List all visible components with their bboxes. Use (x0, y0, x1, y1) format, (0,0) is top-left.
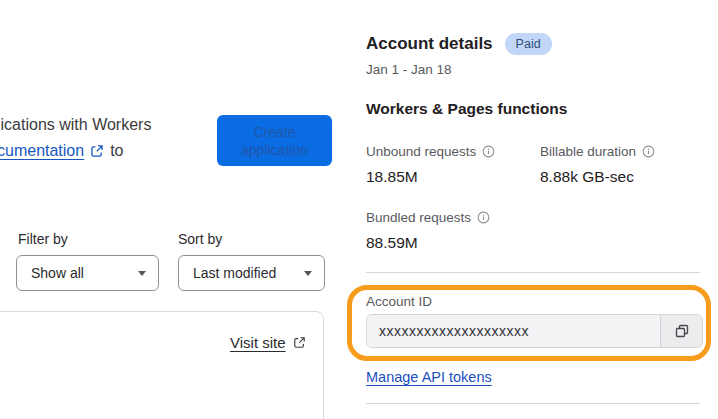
documentation-link[interactable]: cumentation (0, 142, 84, 160)
account-id-input[interactable] (367, 315, 660, 347)
stat-bundled-requests: Bundled requests 88.59M (366, 210, 490, 252)
info-icon[interactable] (477, 211, 490, 224)
stat-value: 18.85M (366, 168, 495, 186)
sort-dropdown[interactable]: Last modified (178, 255, 325, 291)
stat-value: 88.59M (366, 234, 490, 252)
stat-label: Bundled requests (366, 210, 471, 225)
sort-dropdown-value: Last modified (193, 265, 276, 281)
chevron-down-icon (138, 271, 146, 276)
divider (366, 403, 700, 404)
intro-text-line1: lications with Workers (0, 116, 151, 134)
sort-by-label: Sort by (178, 231, 222, 247)
intro-text-line2: cumentation to (0, 142, 124, 160)
copy-icon (674, 323, 690, 339)
external-link-icon (90, 144, 104, 158)
external-link-icon (293, 336, 306, 349)
account-details-title: Account details (366, 34, 493, 54)
workers-pages-functions-title: Workers & Pages functions (366, 100, 567, 118)
stat-billable-duration: Billable duration 8.88k GB-sec (540, 144, 655, 186)
chevron-down-icon (304, 271, 312, 276)
manage-api-tokens-link[interactable]: Manage API tokens (366, 369, 492, 385)
visit-site-link[interactable]: Visit site (230, 334, 306, 351)
stat-label: Billable duration (540, 144, 636, 159)
project-card (0, 311, 324, 419)
account-id-field (366, 314, 703, 348)
info-icon[interactable] (642, 145, 655, 158)
filter-by-label: Filter by (18, 231, 68, 247)
stat-unbound-requests: Unbound requests 18.85M (366, 144, 495, 186)
divider (366, 272, 700, 273)
info-icon[interactable] (482, 145, 495, 158)
visit-site-label: Visit site (230, 334, 286, 351)
stat-value: 8.88k GB-sec (540, 168, 655, 186)
stat-label: Unbound requests (366, 144, 476, 159)
copy-account-id-button[interactable] (660, 315, 702, 347)
account-details-header: Account details Paid (366, 33, 552, 55)
create-application-button[interactable]: Create application (217, 115, 332, 166)
intro-text-suffix: to (110, 142, 123, 160)
plan-badge: Paid (505, 33, 552, 55)
date-range: Jan 1 - Jan 18 (366, 62, 452, 77)
account-id-label: Account ID (366, 294, 432, 309)
filter-dropdown[interactable]: Show all (16, 255, 159, 291)
filter-dropdown-value: Show all (31, 265, 84, 281)
